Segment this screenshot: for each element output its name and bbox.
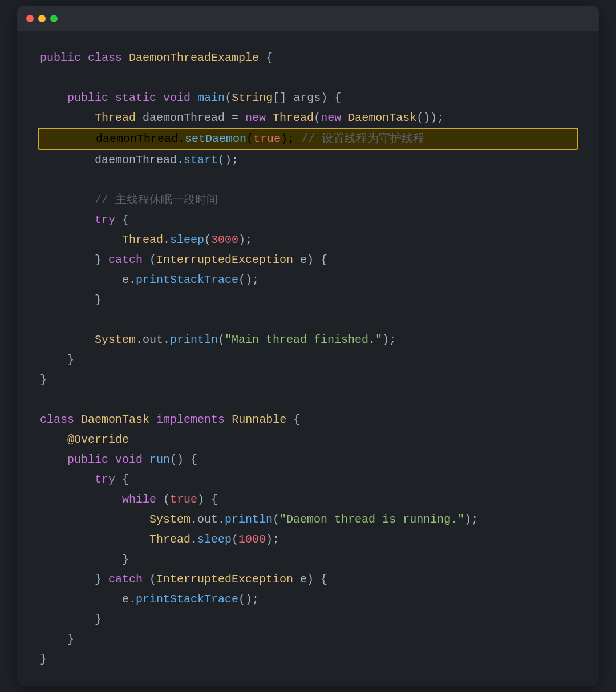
code-line: e.printStackTrace(); — [40, 270, 576, 290]
code-line: e.printStackTrace(); — [40, 589, 576, 609]
maximize-button[interactable] — [50, 15, 58, 22]
code-line: daemonThread.start(); — [40, 150, 576, 170]
code-line: Thread daemonThread = new Thread(new Dae… — [40, 108, 576, 128]
code-line: class DaemonTask implements Runnable { — [40, 410, 576, 430]
code-line: public void run() { — [40, 450, 576, 470]
minimize-button[interactable] — [38, 15, 46, 22]
highlighted-code-line: daemonThread.setDaemon(true); // 设置线程为守护… — [38, 128, 578, 150]
code-line: public static void main(String[] args) { — [40, 88, 576, 108]
code-line: } catch (InterruptedException e) { — [40, 569, 576, 589]
code-line: } — [40, 290, 576, 310]
code-line: @Override — [40, 430, 576, 450]
code-line: } catch (InterruptedException e) { — [40, 250, 576, 270]
close-button[interactable] — [26, 15, 34, 22]
code-line: } — [40, 649, 576, 669]
code-line: Thread.sleep(3000); — [40, 230, 576, 250]
code-line: } — [40, 370, 576, 390]
titlebar — [17, 6, 599, 31]
code-editor: public class DaemonThreadExample { publi… — [17, 31, 599, 686]
code-line: while (true) { — [40, 489, 576, 509]
code-line: System.out.println("Main thread finished… — [40, 330, 576, 350]
code-line — [40, 68, 576, 88]
code-line: System.out.println("Daemon thread is run… — [40, 509, 576, 529]
code-line: } — [40, 629, 576, 649]
code-line: Thread.sleep(1000); — [40, 529, 576, 549]
code-line — [40, 310, 576, 330]
code-line: try { — [40, 210, 576, 230]
code-line — [40, 170, 576, 190]
code-line: } — [40, 350, 576, 370]
code-line: // 主线程休眠一段时间 — [40, 190, 576, 210]
code-line: } — [40, 549, 576, 569]
code-line: try { — [40, 470, 576, 489]
code-window: public class DaemonThreadExample { publi… — [17, 6, 599, 686]
code-line: } — [40, 609, 576, 629]
code-line — [40, 390, 576, 410]
code-line: public class DaemonThreadExample { — [40, 48, 576, 68]
